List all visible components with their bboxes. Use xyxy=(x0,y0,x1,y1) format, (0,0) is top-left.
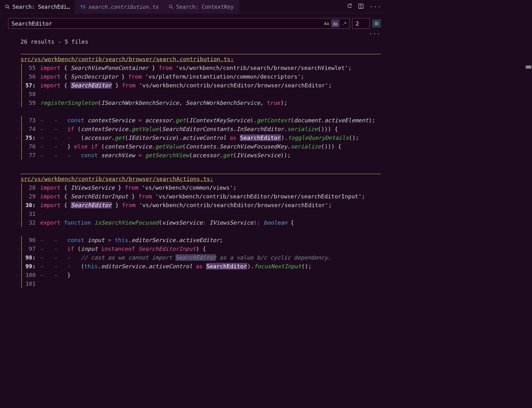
more-icon[interactable]: ··· xyxy=(369,3,382,10)
result-line[interactable]: ··57 import { SearchEditor } from 'vs/wo… xyxy=(0,81,387,90)
result-line[interactable]: ··58 xyxy=(0,90,387,99)
overflow-menu[interactable]: ··· xyxy=(0,31,387,35)
svg-point-0 xyxy=(6,5,8,8)
search-results: 26 results - 5 files src/vs/workbench/co… xyxy=(0,35,387,288)
search-icon xyxy=(169,4,174,9)
match-case-toggle[interactable]: Aa xyxy=(323,20,331,27)
search-icon xyxy=(5,4,10,9)
results-summary: 26 results - 5 files xyxy=(0,37,387,46)
split-editor-icon[interactable] xyxy=(358,3,364,10)
result-line[interactable]: ··56 import { SyncDescriptor } from 'vs/… xyxy=(0,72,387,81)
editor-actions: ··· xyxy=(347,3,387,10)
svg-point-2 xyxy=(169,5,172,8)
result-line[interactable]: ··98 → → → // cast as we cannot import S… xyxy=(0,253,387,262)
tab-search-active[interactable]: Search: SearchEdi… xyxy=(0,0,75,13)
result-line[interactable]: ··96 → → const input = this.editorServic… xyxy=(0,236,387,245)
result-line[interactable]: ··75 → → → (accessor.get(IEditorService)… xyxy=(0,134,387,142)
svg-line-3 xyxy=(172,7,173,9)
result-line[interactable]: ··101 xyxy=(0,279,387,288)
result-line[interactable]: ··30 import { SearchEditor } from 'vs/wo… xyxy=(0,201,387,210)
result-line[interactable]: ··97 → → if (input instanceof SearchEdit… xyxy=(0,245,387,253)
search-input-wrap: Aa Ab .* xyxy=(8,18,350,29)
result-line[interactable]: ··76 → → } else if (contextService.getVa… xyxy=(0,142,387,151)
context-lines-input[interactable] xyxy=(352,18,370,29)
whole-word-toggle[interactable]: Ab xyxy=(331,20,339,27)
tab-file[interactable]: TS search.contribution.ts xyxy=(75,0,164,13)
result-line[interactable]: ··32 export function isSearchViewFocused… xyxy=(0,218,387,227)
result-line[interactable]: ··31 xyxy=(0,210,387,218)
result-line[interactable]: ··59 registerSingleton(ISearchWorkbenchS… xyxy=(0,99,387,107)
regex-toggle[interactable]: .* xyxy=(340,20,348,27)
result-line[interactable]: ··28 import { IViewsService } from 'vs/w… xyxy=(0,183,387,192)
result-line[interactable]: ··74 → → if (contextService.getValue(Sea… xyxy=(0,125,387,134)
result-line[interactable]: ··73 → → const contextService = accessor… xyxy=(0,116,387,125)
tab-label: search.contribution.ts xyxy=(88,4,158,10)
svg-line-1 xyxy=(8,7,9,9)
search-toggles: Aa Ab .* xyxy=(323,20,349,27)
search-input[interactable] xyxy=(8,20,323,27)
file-header[interactable]: src/vs/workbench/contrib/search/browser/… xyxy=(0,175,387,183)
ts-badge: TS xyxy=(80,4,86,9)
tab-label: Search: SearchEdi… xyxy=(12,4,70,10)
result-line[interactable]: ··99 → → → (this.editorService.activeCon… xyxy=(0,262,387,271)
file-header[interactable]: src/vs/workbench/contrib/search/browser/… xyxy=(0,55,387,64)
result-line[interactable]: ··77 → → → const searchView = getSearchV… xyxy=(0,151,387,160)
search-editor-header: Aa Ab .* xyxy=(0,14,387,31)
toggle-details-button[interactable] xyxy=(372,19,381,27)
result-line[interactable]: ··55 import { SearchViewPaneContainer } … xyxy=(0,64,387,72)
result-line[interactable]: ··29 import { SearchEditorInput } from '… xyxy=(0,192,387,201)
result-line[interactable]: ··100 → → } xyxy=(0,271,387,279)
refresh-icon[interactable] xyxy=(347,3,352,10)
tab-search-other[interactable]: Search: ContextKey xyxy=(164,0,239,13)
tab-label: Search: ContextKey xyxy=(176,4,234,10)
editor-tabs: Search: SearchEdi… TS search.contributio… xyxy=(0,0,387,14)
